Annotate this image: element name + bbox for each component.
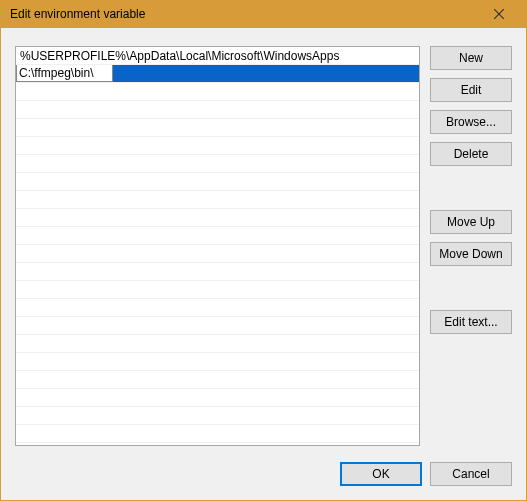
- list-item-empty[interactable]: [16, 299, 419, 317]
- move-up-button[interactable]: Move Up: [430, 210, 512, 234]
- list-item-empty[interactable]: [16, 281, 419, 299]
- path-listbox[interactable]: %USERPROFILE%\AppData\Local\Microsoft\Wi…: [15, 46, 420, 446]
- window-title: Edit environment variable: [10, 7, 479, 21]
- list-item-empty[interactable]: [16, 101, 419, 119]
- side-button-column: New Edit Browse... Delete Move Up Move D…: [430, 46, 512, 448]
- ok-button[interactable]: OK: [340, 462, 422, 486]
- list-item-empty[interactable]: [16, 209, 419, 227]
- list-item-empty[interactable]: [16, 227, 419, 245]
- list-item-empty[interactable]: [16, 119, 419, 137]
- list-item-empty[interactable]: [16, 353, 419, 371]
- list-item[interactable]: %USERPROFILE%\AppData\Local\Microsoft\Wi…: [16, 47, 419, 65]
- list-item-empty[interactable]: [16, 317, 419, 335]
- list-item-empty[interactable]: [16, 137, 419, 155]
- move-down-button[interactable]: Move Down: [430, 242, 512, 266]
- list-item-empty[interactable]: [16, 389, 419, 407]
- dialog-content: %USERPROFILE%\AppData\Local\Microsoft\Wi…: [1, 28, 526, 500]
- browse-button[interactable]: Browse...: [430, 110, 512, 134]
- list-item-empty[interactable]: [16, 371, 419, 389]
- list-item-empty[interactable]: [16, 173, 419, 191]
- list-item-empty[interactable]: [16, 83, 419, 101]
- edit-text-button[interactable]: Edit text...: [430, 310, 512, 334]
- close-icon: [494, 9, 504, 19]
- dialog-bottom-buttons: OK Cancel: [15, 448, 512, 486]
- list-item-empty[interactable]: [16, 191, 419, 209]
- cancel-button[interactable]: Cancel: [430, 462, 512, 486]
- close-button[interactable]: [479, 0, 519, 28]
- list-item-empty[interactable]: [16, 155, 419, 173]
- list-item-empty[interactable]: [16, 425, 419, 443]
- list-item-empty[interactable]: [16, 335, 419, 353]
- list-item-empty[interactable]: [16, 407, 419, 425]
- spacer: [430, 174, 512, 202]
- spacer: [430, 274, 512, 302]
- path-edit-input[interactable]: [16, 65, 113, 82]
- delete-button[interactable]: Delete: [430, 142, 512, 166]
- new-button[interactable]: New: [430, 46, 512, 70]
- titlebar: Edit environment variable: [0, 0, 527, 28]
- list-item-editing[interactable]: [16, 65, 419, 83]
- list-item-empty[interactable]: [16, 263, 419, 281]
- client-area: %USERPROFILE%\AppData\Local\Microsoft\Wi…: [1, 28, 526, 500]
- list-item-empty[interactable]: [16, 245, 419, 263]
- edit-button[interactable]: Edit: [430, 78, 512, 102]
- main-row: %USERPROFILE%\AppData\Local\Microsoft\Wi…: [15, 46, 512, 448]
